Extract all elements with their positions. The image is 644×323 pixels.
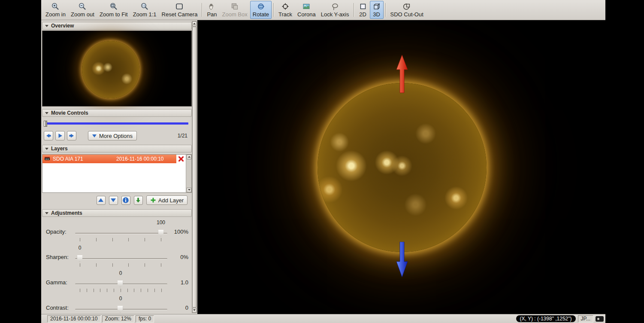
layer-info-icon: [122, 196, 130, 204]
south-axis-arrow: [395, 242, 409, 278]
play-icon: [56, 132, 64, 140]
lock-y-axis-button[interactable]: Lock Y-axis: [318, 1, 352, 19]
overview-panel-header[interactable]: Overview: [42, 22, 192, 30]
gamma-slider-handle[interactable]: [118, 280, 123, 288]
remove-layer-button[interactable]: [176, 155, 186, 163]
collapse-arrow-icon: [45, 112, 48, 114]
pan-label: Pan: [207, 11, 217, 18]
two-d-button[interactable]: 2D: [356, 1, 370, 19]
app-window: Zoom in Zoom out Zoom to Fit 1:1 Zoom 1:…: [41, 0, 605, 323]
corona-image-icon: [302, 2, 311, 11]
previous-frame-icon: [45, 132, 52, 140]
layer-name: SDO AIA 171: [53, 156, 114, 162]
collapse-arrow-icon: [45, 212, 48, 214]
reset-camera-button[interactable]: Reset Camera: [159, 1, 200, 19]
layer-row-main[interactable]: SDO AIA 171 2016-11-16 00:00:10: [42, 155, 176, 163]
pan-hand-icon: [208, 2, 216, 11]
zoom-to-fit-button[interactable]: Zoom to Fit: [97, 1, 130, 19]
sidebar-scroll-up-arrow[interactable]: [192, 21, 197, 26]
sharpen-value: 0%: [167, 254, 188, 260]
add-layer-button[interactable]: Add Layer: [146, 195, 187, 205]
gamma-slider[interactable]: [75, 283, 167, 285]
next-frame-icon: [68, 132, 76, 140]
contrast-slider-handle[interactable]: [118, 306, 123, 313]
zoom-one-to-one-button[interactable]: 1:1 Zoom 1:1: [130, 1, 159, 19]
zoom-box-button[interactable]: Zoom Box: [220, 1, 250, 19]
zoom-one-to-one-icon: 1:1: [140, 2, 149, 11]
sidebar-scroll-down-arrow[interactable]: [192, 308, 197, 313]
sharpen-label: Sharpen:: [46, 254, 69, 260]
layers-panel-header[interactable]: Layers: [42, 145, 192, 152]
three-d-button[interactable]: 3D: [370, 1, 384, 19]
list-scroll-down-arrow[interactable]: [187, 188, 191, 192]
zoom-in-label: Zoom in: [45, 11, 66, 18]
timeline-handle[interactable]: [44, 121, 47, 127]
zoom-one-to-one-label: Zoom 1:1: [133, 11, 157, 18]
opacity-slider-handle[interactable]: [158, 230, 163, 237]
move-layer-up-button[interactable]: [97, 196, 106, 205]
sharpen-slider-handle[interactable]: [77, 255, 82, 262]
opacity-slider[interactable]: [75, 233, 167, 234]
sun-image: [317, 83, 487, 252]
contrast-label: Contrast:: [46, 305, 69, 311]
overview-panel-title: Overview: [51, 23, 74, 29]
mini-sun-image: [82, 41, 139, 98]
corona-button[interactable]: Corona: [295, 1, 318, 19]
gamma-value: 1.0: [167, 279, 188, 286]
opacity-slider-row: 100 Opacity: 100%: [42, 219, 192, 245]
layer-row[interactable]: SDO AIA 171 2016-11-16 00:00:10: [42, 155, 186, 163]
opacity-ticks: [80, 238, 162, 241]
content-area: Overview Movie Controls: [41, 20, 605, 314]
layers-list: SDO AIA 171 2016-11-16 00:00:10: [42, 154, 192, 193]
contrast-slider[interactable]: [75, 309, 167, 310]
gamma-ticks: [80, 289, 162, 292]
layer-rows: SDO AIA 171 2016-11-16 00:00:10: [42, 155, 186, 163]
layers-list-scrollbar[interactable]: [186, 155, 191, 192]
overview-thumbnail[interactable]: [42, 30, 192, 107]
sidebar-scrollbar[interactable]: [192, 21, 197, 313]
pan-button[interactable]: Pan: [204, 1, 219, 19]
dropdown-arrow-icon: [92, 134, 97, 137]
solar-viewport[interactable]: [197, 20, 605, 314]
next-frame-button[interactable]: [67, 131, 76, 140]
zoom-to-fit-label: Zoom to Fit: [100, 11, 128, 18]
layers-panel-title: Layers: [51, 146, 68, 152]
movie-controls-panel-title: Movie Controls: [51, 110, 88, 116]
add-layer-label: Add Layer: [158, 197, 184, 204]
reset-camera-icon: [175, 2, 184, 11]
zoom-to-fit-icon: [109, 2, 118, 11]
previous-frame-button[interactable]: [44, 131, 53, 140]
rotate-sphere-icon: [257, 2, 265, 11]
contrast-handle-value: 0: [114, 296, 127, 302]
sdo-cut-out-button[interactable]: SDO Cut-Out: [388, 1, 426, 19]
move-layer-down-button[interactable]: [109, 196, 118, 205]
zoom-out-label: Zoom out: [71, 11, 94, 18]
zoom-in-button[interactable]: Zoom in: [43, 1, 68, 19]
zoom-out-button[interactable]: Zoom out: [68, 1, 97, 19]
gamma-handle-value: 0: [114, 270, 127, 276]
track-button[interactable]: Track: [276, 1, 295, 19]
more-options-label: More Options: [99, 133, 133, 139]
layer-buttons-row: Add Layer: [42, 195, 192, 205]
north-axis-arrow: [395, 54, 409, 94]
movie-timeline-slider[interactable]: [44, 120, 188, 127]
play-button[interactable]: [55, 131, 65, 140]
sharpen-handle-value: 0: [73, 245, 86, 251]
zoom-box-label: Zoom Box: [222, 11, 248, 18]
status-format: JP...: [578, 315, 593, 323]
zoom-out-icon: [78, 2, 87, 11]
sidebar-scroll-thumb[interactable]: [192, 27, 197, 308]
screen: Zoom in Zoom out Zoom to Fit 1:1 Zoom 1:…: [0, 0, 644, 323]
list-scroll-up-arrow[interactable]: [187, 155, 191, 159]
move-layer-down-icon: [109, 196, 117, 204]
adjustments-panel-header[interactable]: Adjustments: [42, 209, 192, 217]
sharpen-slider[interactable]: [75, 258, 167, 259]
track-label: Track: [278, 11, 292, 18]
rotate-button[interactable]: Rotate: [250, 1, 272, 19]
download-layer-button[interactable]: [134, 196, 143, 205]
layer-info-button[interactable]: [121, 196, 130, 205]
collapse-arrow-icon: [45, 148, 48, 150]
zoom-box-icon: [230, 2, 239, 11]
more-options-button[interactable]: More Options: [88, 131, 137, 140]
movie-controls-panel-header[interactable]: Movie Controls: [42, 109, 192, 117]
